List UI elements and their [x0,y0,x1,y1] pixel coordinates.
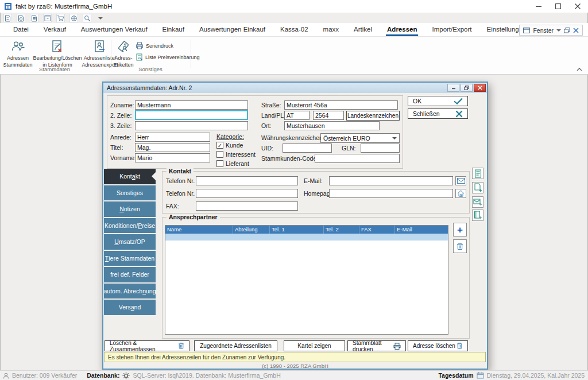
ok-button[interactable]: OK [408,96,468,106]
document-note-button[interactable] [472,168,483,179]
tab-sonstiges[interactable]: Sonstiges [104,185,156,201]
stammkunden-code-input[interactable] [315,154,400,163]
zeile2-input[interactable] [135,110,248,120]
tab-konditionen-preise[interactable]: Konditionen/Preise [104,218,156,234]
ansprechpartner-table: Name Abteilung Tel. 1 Tel. 2 FAX E-Mail [165,225,448,335]
kartei-zeigen-button[interactable]: Kartei zeigen [284,340,345,351]
add-ansprechpartner-button[interactable]: + [453,223,467,236]
kunde-checkbox[interactable]: ✓ [216,142,223,149]
menu-item-import-export[interactable]: Import/Export [424,23,479,37]
dialog-close-icon[interactable] [474,84,486,92]
kontakt-group-title: Kontakt [167,168,194,175]
column-header-tel1[interactable]: Tel. 1 [270,226,324,234]
adressenliste-adressenexport-button[interactable]: Adressenliste/Adressenexport [82,39,118,68]
stammblatt-drucken-button[interactable]: Stammblatt drucken [347,340,406,351]
tab-tiere-stammdaten[interactable]: Tiere Stammdaten [104,251,156,266]
telefon1-input[interactable] [196,176,298,185]
menu-item-maxx[interactable]: maxx [316,23,346,37]
zeile3-input[interactable] [135,121,248,130]
schliessen-button[interactable]: Schließen [408,108,468,119]
gln-input[interactable] [361,144,400,153]
telefon2-input[interactable] [196,189,298,198]
fenster-button[interactable]: Fenster [519,25,583,36]
tab-label: autom. Abrech [103,288,142,294]
seriendruck-button[interactable]: Seriendruck [136,42,173,49]
recent-document-icon[interactable] [17,14,25,22]
menu-item-auswertungen-verkauf[interactable]: Auswertungen Verkauf [74,23,155,37]
titel-input[interactable] [135,143,210,152]
collapse-ribbon-icon[interactable] [577,68,582,71]
menu-item-datei[interactable]: Datei [6,23,36,37]
menu-item-kassa-02[interactable]: Kassa-02 [273,23,316,37]
send-email-button[interactable] [455,176,466,185]
tab-autom-abrechnung[interactable]: autom. Abrechnung [104,284,156,299]
menu-item-verkauf[interactable]: Verkauf [36,23,74,37]
land-input[interactable] [284,111,310,120]
shopping-cart-icon[interactable] [56,14,65,22]
stamp-icon[interactable] [69,14,78,22]
column-header-tel2[interactable]: Tel. 2 [324,226,359,234]
maximize-icon[interactable] [548,0,568,13]
tab-notizen[interactable]: Notizen [104,201,156,217]
search-people-icon[interactable] [83,14,91,22]
interessent-checkbox[interactable] [216,151,223,158]
zugeordnete-adressenlisten-button[interactable]: Zugeordnete Adressenlisten [194,340,277,351]
list-document-icon[interactable] [30,14,38,22]
restore-window-icon[interactable] [564,28,570,33]
lieferant-checkbox[interactable] [216,160,223,167]
button-label: Bearbeitung/Löschen [33,55,82,61]
email-input[interactable] [329,176,453,185]
dialog-restore-icon[interactable] [461,84,473,92]
add-page-button[interactable] [472,182,483,193]
adresse-loeschen-button[interactable]: Adresse löschen [408,340,468,351]
table-row[interactable] [165,234,448,241]
menu-item-artikel[interactable]: Artikel [346,23,380,37]
column-header-fax[interactable]: FAX [359,226,395,234]
bearbeitung-loeschen-listenform-button[interactable]: Bearbeitung/Löschenin Listenform [34,39,80,68]
copyright-text: (c) 1990 - 2025 RZA GmbH [103,363,487,369]
liste-preisvereinbarung-button[interactable]: Liste Preisvereinbarung [136,53,200,61]
tab-umsatz-op[interactable]: Umsatz/OP [104,234,156,250]
close-window-icon[interactable] [573,28,579,33]
homepage-input[interactable] [329,189,453,198]
archive-box-icon[interactable] [43,14,52,22]
close-icon[interactable] [568,0,587,13]
tab-versand[interactable]: Versand [104,300,156,315]
tab-label: U [114,238,119,245]
dialog-minimize-icon[interactable] [447,84,459,92]
menu-item-einkauf[interactable]: Einkauf [155,23,192,37]
add-report-button[interactable] [472,210,483,221]
column-header-name[interactable]: Name [165,226,233,234]
strasse-input[interactable] [284,100,398,110]
tab-frei-def-felder[interactable]: frei def. Felder [104,267,156,282]
delete-ansprechpartner-button[interactable] [453,239,467,253]
open-homepage-button[interactable] [455,189,466,198]
uid-input[interactable] [283,144,332,153]
menu-item-auswertungen-einkauf[interactable]: Auswertungen Einkauf [192,23,273,37]
loeschen-zusammenfassen-button[interactable]: Löschen & Zusammenfassen [105,340,189,351]
fax-input[interactable] [196,201,298,211]
ribbon-separator [191,40,191,68]
column-header-abteilung[interactable]: Abteilung [233,226,270,234]
landeskennzeichen-button[interactable]: Landeskennzeichen [346,111,400,121]
ort-input[interactable] [284,121,380,130]
button-label: Löschen & Zusammenfassen [110,340,178,352]
qat-more-commands-icon[interactable] [96,14,105,22]
anrede-input[interactable] [135,133,210,142]
button-label: Adresse löschen [413,343,455,349]
zuname-input[interactable] [135,100,248,110]
column-header-email[interactable]: E-Mail [395,226,448,234]
tab-kontakt[interactable]: Kontakt [104,169,156,184]
adress-etiketten-button[interactable]: Adress-Etiketten [114,39,133,68]
dialog-titlebar[interactable]: Adressenstammdaten: Adr.Nr. 2 [103,83,487,93]
plz-input[interactable] [313,111,344,120]
kategorie-label: Kategorie: [216,133,244,140]
adressen-stammdaten-button[interactable]: AdressenStammdaten [1,39,34,68]
waehrungskennzeichen-select[interactable]: Österreich EURO [320,133,400,143]
add-email-button[interactable] [472,196,483,208]
menu-item-adressen[interactable]: Adressen [380,23,424,37]
strasse-label: Straße: [261,102,281,108]
vorname-input[interactable] [135,153,210,162]
minimize-icon[interactable] [529,0,548,13]
new-document-icon[interactable] [3,14,12,22]
